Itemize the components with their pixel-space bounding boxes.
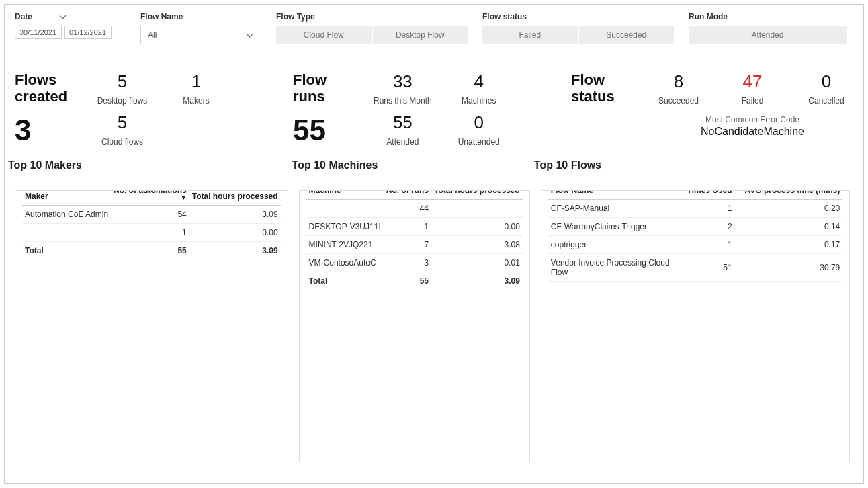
lbl-succeeded: Succeeded — [652, 96, 705, 106]
slicer-attended[interactable]: Attended — [689, 26, 847, 44]
error-code-value: NoCandidateMachine — [652, 126, 853, 138]
chevron-down-icon — [247, 32, 254, 38]
lbl-failed: Failed — [726, 96, 779, 106]
lbl-machines: Machines — [452, 96, 506, 106]
table-row[interactable]: CF-WarranyClaims-Trigger 2 0.14 — [548, 217, 842, 235]
card-flow-runs-value: 55 — [293, 114, 353, 147]
lbl-runs-month: Runs this Month — [374, 96, 432, 106]
val-machines: 4 — [452, 71, 506, 92]
val-failed: 47 — [726, 71, 779, 92]
table-row[interactable]: Vendor Invoice Processing Cloud Flow 51 … — [548, 253, 842, 281]
val-desktop-flows: 5 — [95, 71, 149, 92]
val-unattended: 0 — [452, 112, 506, 133]
val-cloud-flows: 5 — [95, 112, 149, 133]
table-makers: Maker No. of automations ▼ Total hours p… — [22, 190, 281, 259]
val-runs-month: 33 — [374, 71, 432, 92]
card-flows-created: Flows created 3 5 Desktop flows 5 Cloud … — [15, 71, 279, 147]
table-row[interactable]: 44 — [306, 199, 523, 217]
table-row[interactable]: MININT-2VJQ221 7 3.08 — [306, 235, 523, 253]
slicer-desktop-flow[interactable]: Desktop Flow — [373, 26, 468, 44]
table-row[interactable]: 1 0.00 — [22, 223, 281, 241]
sort-desc-icon: ▼ — [114, 195, 187, 201]
col-hours[interactable]: Total hours processed — [431, 190, 523, 200]
chevron-down-icon[interactable] — [60, 13, 67, 20]
table-row[interactable]: Automation CoE Admin 54 3.09 — [22, 205, 281, 223]
metrics-row: Flows created 3 5 Desktop flows 5 Cloud … — [15, 71, 853, 147]
card-flow-runs: Flow runs 55 33 Runs this Month 55 Atten… — [293, 71, 558, 147]
val-makers: 1 — [169, 71, 223, 92]
val-succeeded: 8 — [652, 71, 705, 92]
table-total-row: Total 55 3.09 — [22, 241, 281, 259]
col-hours[interactable]: Total hours processed — [189, 190, 281, 206]
filter-bar: Date 30/11/2021 01/12/2021 Flow Name All… — [15, 12, 853, 44]
table-row[interactable]: CF-SAP-Manual 1 0.20 — [548, 199, 842, 217]
table-row[interactable]: DESKTOP-V3UJ11I 1 0.00 — [306, 217, 523, 235]
panel-title-machines: Top 10 Machines — [292, 159, 378, 171]
date-to-input[interactable]: 01/12/2021 — [64, 26, 112, 39]
run-mode-label: Run Mode — [689, 12, 847, 22]
slicer-cloud-flow[interactable]: Cloud Flow — [276, 26, 372, 44]
table-machines: Machine No. of runs Total hours processe… — [306, 190, 523, 290]
table-row[interactable]: VM-ContosoAutoC 3 0.01 — [306, 253, 523, 272]
col-times[interactable]: Times Used — [681, 190, 735, 200]
panel-flows: Flow Name Times Used AVG process time (m… — [541, 190, 850, 462]
slicer-succeeded[interactable]: Succeeded — [579, 26, 675, 44]
card-title: Flow runs — [293, 71, 353, 106]
date-label: Date — [15, 12, 32, 22]
card-flows-created-value: 3 — [15, 114, 75, 147]
date-from-input[interactable]: 30/11/2021 — [15, 26, 62, 39]
col-avg[interactable]: AVG process time (mins) — [735, 190, 843, 200]
table-flows: Flow Name Times Used AVG process time (m… — [548, 190, 842, 282]
lbl-cancelled: Cancelled — [799, 96, 853, 106]
lbl-attended: Attended — [374, 137, 432, 147]
col-maker[interactable]: Maker — [22, 190, 111, 206]
lbl-makers: Makers — [169, 96, 223, 106]
col-flowname[interactable]: Flow Name — [548, 190, 681, 200]
flow-name-value: All — [148, 30, 157, 40]
table-row[interactable]: coptrigger 1 0.17 — [548, 235, 842, 253]
flow-name-label: Flow Name — [140, 12, 261, 22]
tables-row: Top 10 Makers Maker No. of automations ▼… — [15, 174, 853, 462]
col-machine[interactable]: Machine — [306, 190, 384, 200]
lbl-desktop-flows: Desktop flows — [95, 96, 149, 106]
panel-machines: Machine No. of runs Total hours processe… — [299, 190, 530, 462]
error-code-label: Most Common Error Code — [652, 115, 853, 124]
lbl-unattended: Unattended — [452, 137, 506, 147]
val-attended: 55 — [374, 112, 432, 133]
lbl-cloud-flows: Cloud flows — [95, 137, 149, 147]
flow-status-label: Flow status — [482, 12, 674, 22]
card-title: Flows created — [15, 71, 75, 106]
panel-makers: Maker No. of automations ▼ Total hours p… — [15, 190, 288, 462]
card-title: Flow status — [571, 71, 632, 106]
flow-name-select[interactable]: All — [140, 26, 261, 44]
flow-type-label: Flow Type — [276, 12, 468, 22]
panel-title-makers: Top 10 Makers — [8, 159, 82, 171]
col-automations[interactable]: No. of automations ▼ — [111, 190, 189, 206]
col-runs[interactable]: No. of runs — [384, 190, 431, 200]
table-total-row: Total 55 3.09 — [306, 272, 523, 290]
panel-title-flows: Top 10 Flows — [534, 159, 601, 171]
slicer-failed[interactable]: Failed — [482, 26, 578, 44]
val-cancelled: 0 — [799, 71, 853, 92]
card-flow-status: Flow status 8 Succeeded 47 Failed 0 — [571, 71, 853, 147]
